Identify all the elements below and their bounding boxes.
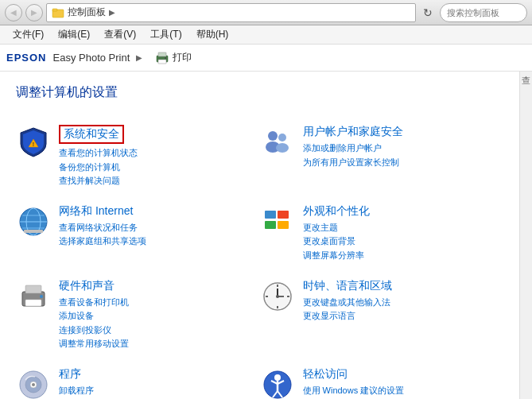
menu-view[interactable]: 查看(V) (98, 26, 142, 43)
appearance-text: 外观和个性化 更改主题 更改桌面背景 调整屏幕分辨率 (303, 204, 504, 263)
appearance-icon (260, 204, 295, 239)
categories-grid: ! 系统和安全 查看您的计算机状态 备份您的计算机 查找并解决问题 (16, 117, 503, 399)
ease-icon (260, 367, 295, 399)
svg-point-7 (268, 131, 278, 141)
category-programs: 程序 卸载程序 (16, 359, 260, 399)
toolbar: EPSON Easy Photo Print ▶ 打印 (0, 45, 532, 72)
search-input[interactable] (440, 3, 527, 22)
svg-rect-4 (158, 60, 166, 64)
menu-edit[interactable]: 编辑(E) (52, 26, 96, 43)
clock-text: 时钟、语言和区域 更改键盘或其他输入法 更改显示语言 (303, 279, 504, 323)
category-system-security: ! 系统和安全 查看您的计算机状态 备份您的计算机 查找并解决问题 (16, 117, 260, 196)
scrollbar-hint: 查 (520, 72, 532, 90)
system-security-icon: ! (16, 125, 51, 160)
user-accounts-text: 用户帐户和家庭安全 添加或删除用户帐户 为所有用户设置家长控制 (303, 125, 504, 169)
scrollbar[interactable]: 查 (519, 72, 532, 399)
breadcrumb: 控制面板 ▶ (46, 3, 416, 22)
category-ease: 轻松访问 使用 Windows 建议的设置 优化视显显示 (260, 359, 504, 399)
clock-title[interactable]: 时钟、语言和区域 (303, 279, 392, 293)
link-theme[interactable]: 更改主题 (303, 221, 504, 235)
category-network: 网络和 Internet 查看网络状况和任务 选择家庭组和共享选项 (16, 196, 260, 271)
clock-icon (260, 279, 295, 314)
menu-bar: 文件(F) 编辑(E) 查看(V) 工具(T) 帮助(H) (0, 25, 532, 45)
link-add-remove-users[interactable]: 添加或删除用户帐户 (303, 141, 504, 156)
appearance-title[interactable]: 外观和个性化 (303, 204, 370, 219)
folder-icon (52, 6, 64, 19)
category-appearance: 外观和个性化 更改主题 更改桌面背景 调整屏幕分辨率 (260, 196, 504, 271)
forward-button[interactable]: ▶ (25, 4, 43, 21)
category-user-accounts: 用户帐户和家庭安全 添加或删除用户帐户 为所有用户设置家长控制 (260, 117, 504, 196)
photo-print-label: Easy Photo Print (53, 52, 130, 64)
content-area: 调整计算机的设置 ! 系统和安全 查看您的计算机状态 (0, 72, 519, 399)
main-content: 调整计算机的设置 ! 系统和安全 查看您的计算机状态 (0, 72, 532, 399)
svg-rect-3 (158, 52, 166, 56)
svg-rect-20 (278, 221, 289, 229)
user-accounts-title[interactable]: 用户帐户和家庭安全 (303, 125, 403, 139)
network-title[interactable]: 网络和 Internet (59, 204, 133, 219)
menu-tools[interactable]: 工具(T) (144, 26, 188, 43)
svg-point-33 (276, 295, 279, 298)
epson-brand: EPSON (6, 52, 47, 64)
link-network-status[interactable]: 查看网络状况和任务 (59, 221, 260, 235)
back-button[interactable]: ◀ (5, 4, 22, 21)
svg-rect-18 (265, 221, 276, 229)
link-uninstall[interactable]: 卸载程序 (59, 384, 260, 398)
system-security-title[interactable]: 系统和安全 (59, 125, 124, 144)
programs-title[interactable]: 程序 (59, 367, 81, 382)
ease-text: 轻松访问 使用 Windows 建议的设置 优化视显显示 (303, 367, 504, 399)
svg-rect-19 (278, 211, 289, 219)
ease-title[interactable]: 轻松访问 (303, 367, 348, 382)
hardware-icon (16, 279, 51, 314)
network-text: 网络和 Internet 查看网络状况和任务 选择家庭组和共享选项 (59, 204, 260, 249)
svg-rect-16 (24, 230, 43, 233)
svg-point-5 (165, 57, 166, 59)
svg-rect-1 (52, 9, 57, 11)
programs-text: 程序 卸载程序 (59, 367, 260, 398)
user-accounts-icon (260, 125, 295, 160)
link-devices-printers[interactable]: 查看设备和打印机 (59, 296, 260, 310)
svg-point-10 (276, 143, 289, 153)
hardware-text: 硬件和声音 查看设备和打印机 添加设备 连接到投影仪 调整常用移动设置 (59, 279, 260, 351)
link-homegroup[interactable]: 选择家庭组和共享选项 (59, 234, 260, 249)
menu-help[interactable]: 帮助(H) (190, 26, 235, 43)
refresh-button[interactable]: ↻ (419, 4, 437, 21)
svg-rect-23 (25, 300, 41, 306)
address-bar: ◀ ▶ 控制面板 ▶ ↻ (0, 0, 532, 25)
svg-point-39 (274, 374, 281, 381)
link-keyboard-input[interactable]: 更改键盘或其他输入法 (303, 296, 504, 310)
link-windows-recommend[interactable]: 使用 Windows 建议的设置 (303, 384, 504, 398)
svg-text:!: ! (33, 141, 34, 147)
print-icon (155, 51, 169, 65)
svg-point-24 (40, 295, 43, 298)
network-icon (16, 204, 51, 239)
link-desktop-bg[interactable]: 更改桌面背景 (303, 234, 504, 249)
svg-rect-22 (25, 285, 41, 293)
category-hardware: 硬件和声音 查看设备和打印机 添加设备 连接到投影仪 调整常用移动设置 (16, 271, 260, 359)
print-label: 打印 (173, 51, 192, 64)
toolbar-separator: ▶ (136, 53, 142, 62)
hardware-title[interactable]: 硬件和声音 (59, 279, 115, 293)
link-resolution[interactable]: 调整屏幕分辨率 (303, 249, 504, 263)
link-computer-status[interactable]: 查看您的计算机状态 (59, 146, 260, 161)
system-security-text: 系统和安全 查看您的计算机状态 备份您的计算机 查找并解决问题 (59, 125, 260, 188)
svg-rect-17 (265, 211, 276, 219)
page-title: 调整计算机的设置 (16, 84, 503, 101)
breadcrumb-separator: ▶ (109, 8, 115, 17)
link-projector[interactable]: 连接到投影仪 (59, 323, 260, 338)
link-troubleshoot[interactable]: 查找并解决问题 (59, 174, 260, 188)
breadcrumb-text: 控制面板 (68, 6, 106, 19)
link-parental-control[interactable]: 为所有用户设置家长控制 (303, 156, 504, 170)
print-button[interactable]: 打印 (149, 49, 198, 67)
link-add-device[interactable]: 添加设备 (59, 309, 260, 323)
menu-file[interactable]: 文件(F) (6, 26, 50, 43)
svg-point-9 (278, 134, 286, 141)
link-display-language[interactable]: 更改显示语言 (303, 309, 504, 323)
category-clock: 时钟、语言和区域 更改键盘或其他输入法 更改显示语言 (260, 271, 504, 359)
programs-icon (16, 367, 51, 399)
link-backup[interactable]: 备份您的计算机 (59, 161, 260, 175)
link-mobile-settings[interactable]: 调整常用移动设置 (59, 337, 260, 351)
svg-point-37 (32, 383, 35, 386)
